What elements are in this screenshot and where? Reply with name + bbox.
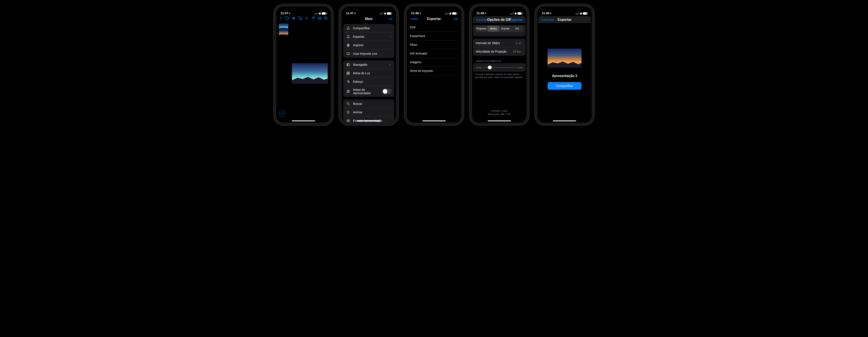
svg-point-6	[319, 18, 319, 19]
presenter-notes-toggle[interactable]	[382, 89, 392, 94]
notch	[355, 7, 382, 12]
svg-line-30	[349, 104, 349, 105]
nav-title: Exportar	[558, 18, 571, 22]
signal-icon	[510, 12, 514, 15]
export-movie[interactable]: Filme	[410, 40, 458, 49]
export-powerpoint[interactable]: PowerPoint	[410, 32, 458, 40]
chevron-right-icon: ›	[522, 50, 523, 53]
export-row[interactable]: Exportar›	[343, 32, 394, 41]
play-rect-icon	[346, 119, 350, 122]
notch	[551, 7, 578, 12]
size-small[interactable]: Pequeno	[475, 26, 487, 32]
slide-thumb-2[interactable]: 2	[277, 30, 288, 36]
home-indicator[interactable]	[422, 120, 446, 121]
export-button[interactable]: Exportar	[509, 18, 523, 21]
animate-row[interactable]: Animar	[343, 108, 394, 116]
wifi-icon: ◉	[319, 12, 321, 15]
slide-thumb-1[interactable]: 1	[277, 24, 288, 29]
svg-rect-20	[348, 72, 349, 73]
print-row[interactable]: Imprimir	[343, 41, 394, 49]
svg-rect-19	[347, 72, 348, 73]
auto-advance-hint: O tempo é aplicado a eventos de toque us…	[472, 72, 526, 80]
phone-export-share: 11:48➤ ◉ Cancelar Exportar Apresentação …	[535, 4, 594, 125]
status-time: 11:48	[476, 11, 484, 15]
svg-marker-33	[348, 120, 349, 121]
nav-bar: Mais OK	[342, 15, 396, 22]
size-medium[interactable]: Médio	[487, 26, 499, 32]
signal-icon	[576, 12, 579, 15]
checkmark-icon: ✓	[389, 62, 392, 66]
signal-icon	[380, 12, 383, 15]
battery-icon	[452, 12, 457, 15]
back-icon[interactable]	[279, 16, 283, 21]
outline-row[interactable]: Esboço	[343, 77, 394, 86]
location-icon: ➤	[484, 12, 487, 15]
export-images[interactable]: Imagens	[410, 58, 458, 66]
cancel-button[interactable]: Cancelar	[541, 18, 554, 21]
keynote-live-row[interactable]: Usar Keynote Live	[343, 49, 394, 58]
slider-thumb[interactable]	[488, 65, 492, 69]
notch	[486, 7, 513, 12]
back-button[interactable]: ‹Mais	[410, 17, 418, 21]
nav-bar: ‹Mais Exportar OK	[407, 15, 461, 22]
home-indicator[interactable]	[553, 120, 576, 121]
size-large[interactable]: Grande	[499, 26, 511, 32]
home-indicator[interactable]	[357, 120, 380, 121]
slide-number: 1	[277, 25, 279, 28]
brush-icon[interactable]	[298, 16, 302, 21]
editor-toolbar	[276, 15, 331, 23]
light-table-row[interactable]: Mesa de Luz	[343, 69, 394, 77]
undo-icon[interactable]	[285, 16, 289, 21]
more-icon[interactable]	[317, 16, 322, 21]
search-row[interactable]: Buscar	[343, 100, 394, 108]
navigator-row[interactable]: Navegador✓	[343, 60, 394, 69]
frame-rate-row[interactable]: Velocidade de Projeção24 fps›	[473, 47, 526, 56]
status-right: ◉	[315, 12, 327, 15]
duration-text: Duração: 0 seg	[472, 109, 526, 112]
wifi-icon: ◉	[515, 12, 517, 15]
size-xl[interactable]: XG	[511, 26, 523, 32]
svg-marker-0	[293, 17, 296, 20]
wifi-icon: ◉	[580, 12, 582, 15]
svg-point-29	[347, 103, 349, 104]
signal-icon	[315, 12, 318, 15]
cancel-button[interactable]: Cancelar	[476, 18, 489, 21]
ok-button[interactable]: OK	[388, 17, 393, 21]
nav-title: Mais	[365, 17, 373, 21]
play-icon[interactable]	[292, 16, 296, 21]
status-time: 11:47	[346, 11, 353, 15]
phone-more-menu: 11:47➤ ◉ Mais OK Compartilhar Exportar› …	[339, 4, 398, 125]
ok-button[interactable]: OK	[454, 17, 458, 21]
presenter-icon[interactable]	[324, 16, 328, 21]
home-indicator[interactable]	[488, 120, 511, 121]
auto-advance-slider[interactable]	[484, 67, 515, 68]
export-icon	[346, 35, 350, 38]
search-icon	[346, 102, 350, 105]
status-time: 11:48	[411, 11, 419, 15]
size-segmented-control: Pequeno Médio Grande XG	[475, 25, 523, 32]
notch	[290, 7, 317, 12]
add-slide-button[interactable]: +	[279, 111, 285, 116]
presenter-notes-row[interactable]: Notas do Apresentador	[343, 86, 394, 97]
add-icon[interactable]	[305, 16, 309, 21]
export-pdf[interactable]: PDF	[410, 23, 458, 32]
export-gif[interactable]: GIF Animado	[410, 49, 458, 58]
nav-title: Opções de GIF	[487, 18, 512, 22]
wifi-icon: ◉	[384, 12, 386, 15]
list-icon	[346, 80, 350, 83]
slider-min-label: 0 seg	[476, 66, 482, 69]
export-theme[interactable]: Tema do Keynote	[410, 66, 458, 75]
slide-canvas[interactable]	[289, 23, 331, 122]
svg-point-7	[319, 18, 320, 19]
resolution-text: Resolução: 480 × 270	[472, 113, 526, 115]
slide-range-row[interactable]: Intervalo de Slides1–2›	[473, 39, 526, 47]
nav-title: Exportar	[427, 17, 441, 21]
rehearse-row[interactable]: Ensaiar Apresentação	[343, 116, 394, 122]
share-button[interactable]: Compartilhar	[548, 82, 582, 90]
collaborate-icon[interactable]	[311, 16, 315, 21]
home-indicator[interactable]	[292, 120, 315, 121]
share-row[interactable]: Compartilhar	[343, 24, 394, 32]
location-icon: ➤	[419, 12, 422, 15]
grid-icon	[346, 72, 350, 75]
svg-rect-18	[348, 63, 349, 66]
